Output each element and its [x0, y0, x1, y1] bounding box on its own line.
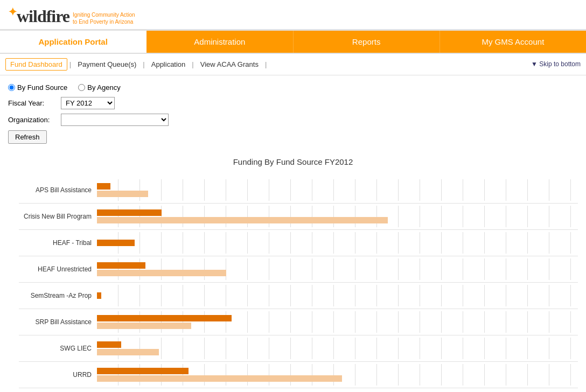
chart: APS Bill AssistanceCrisis New Bill Progr… — [8, 177, 578, 388]
nav-tab-application-portal[interactable]: Application Portal — [0, 31, 146, 53]
nav-tab-administration[interactable]: Administration — [146, 31, 293, 53]
logo-tagline: Igniting Community Action to End Poverty… — [73, 11, 135, 25]
sub-nav-left: Fund Dashboard | Payment Queue(s) | Appl… — [5, 58, 267, 71]
bar-group — [97, 181, 148, 199]
logo: ✦wildfire — [8, 5, 69, 26]
bar-light — [97, 191, 148, 197]
bar-group — [97, 313, 232, 331]
bar-light — [97, 270, 226, 276]
chart-row: HEAF Unrestricted — [19, 256, 578, 283]
chart-row: SRP Bill Assistance — [19, 309, 578, 335]
by-agency-input[interactable] — [78, 84, 85, 91]
chart-row: HEAF - Tribal — [19, 230, 578, 256]
organization-row: Organization: — [8, 114, 578, 126]
bar-group — [97, 366, 342, 384]
bar-group — [97, 207, 388, 226]
sub-nav-application[interactable]: Application — [147, 59, 190, 70]
chart-row-label: HEAF Unrestricted — [19, 265, 97, 273]
sub-nav-payment-queues[interactable]: Payment Queue(s) — [73, 59, 141, 70]
chart-row: URRD — [19, 362, 578, 388]
chart-row: APS Bill Assistance — [19, 177, 578, 204]
filter-area: By Fund Source By Agency Fiscal Year: FY… — [8, 83, 578, 144]
bar-group — [97, 339, 159, 358]
chart-row-label: Crisis New Bill Program — [19, 213, 97, 220]
separator-2: | — [143, 60, 144, 68]
bar-dark — [97, 368, 189, 374]
by-fund-source-radio[interactable]: By Fund Source — [8, 83, 67, 92]
skip-to-bottom[interactable]: Skip to bottom — [531, 60, 581, 68]
chart-row: SWG LIEC — [19, 335, 578, 362]
bar-light — [97, 323, 191, 329]
fiscal-year-label: Fiscal Year: — [8, 99, 57, 107]
bar-group — [97, 260, 226, 278]
chart-row-label: URRD — [19, 371, 97, 379]
organization-label: Organization: — [8, 116, 57, 124]
sub-nav: Fund Dashboard | Payment Queue(s) | Appl… — [0, 54, 586, 75]
chart-row-label: APS Bill Assistance — [19, 186, 97, 194]
separator-3: | — [192, 60, 193, 68]
fiscal-year-row: Fiscal Year: FY 2012 — [8, 97, 578, 109]
nav-bar: Application Portal Administration Report… — [0, 31, 586, 54]
chart-row-area — [97, 232, 578, 254]
view-mode-radio-group: By Fund Source By Agency — [8, 83, 578, 92]
chart-row-label: SRP Bill Assistance — [19, 318, 97, 326]
chart-container: Funding By Fund Source FY2012 APS Bill A… — [8, 152, 578, 392]
bar-light — [97, 217, 388, 223]
sub-nav-fund-dashboard[interactable]: Fund Dashboard — [5, 58, 67, 71]
bar-dark — [97, 315, 232, 321]
fiscal-year-select[interactable]: FY 2012 — [61, 97, 115, 109]
chart-row-area — [97, 179, 578, 201]
separator-4: | — [265, 60, 267, 68]
by-agency-radio[interactable]: By Agency — [78, 83, 120, 92]
logo-star: ✦ — [8, 6, 17, 18]
bar-group — [97, 290, 101, 301]
bar-dark — [97, 240, 135, 246]
bar-light — [97, 349, 159, 355]
chart-row-label: SemStream -Az Prop — [19, 292, 97, 299]
bar-light — [97, 375, 342, 382]
chart-row: Crisis New Bill Program — [19, 204, 578, 230]
bar-dark — [97, 209, 162, 216]
main-content: By Fund Source By Agency Fiscal Year: FY… — [0, 75, 586, 392]
separator-1: | — [69, 60, 71, 68]
chart-row-label: SWG LIEC — [19, 345, 97, 352]
sub-nav-view-acaa-grants[interactable]: View ACAA Grants — [196, 59, 263, 70]
bar-dark — [97, 262, 145, 269]
chart-row-area — [97, 206, 578, 227]
bar-group — [97, 237, 135, 248]
organization-select[interactable] — [61, 114, 169, 126]
chart-row-area — [97, 338, 578, 359]
chart-row-area — [97, 285, 578, 306]
by-fund-source-input[interactable] — [8, 84, 15, 91]
logo-container: ✦wildfire Igniting Community Action to E… — [8, 5, 578, 26]
chart-row-area — [97, 311, 578, 333]
chart-row-area — [97, 364, 578, 386]
refresh-button[interactable]: Refresh — [8, 130, 47, 144]
bar-dark — [97, 292, 101, 299]
chart-row-label: HEAF - Tribal — [19, 239, 97, 247]
chart-row-area — [97, 258, 578, 280]
bar-dark — [97, 341, 121, 348]
header: ✦wildfire Igniting Community Action to E… — [0, 0, 586, 31]
chart-title: Funding By Fund Source FY2012 — [8, 157, 578, 166]
bar-dark — [97, 183, 110, 190]
nav-tab-my-gms-account[interactable]: My GMS Account — [440, 31, 586, 53]
chart-row: SemStream -Az Prop — [19, 283, 578, 309]
nav-tab-reports[interactable]: Reports — [294, 31, 440, 53]
